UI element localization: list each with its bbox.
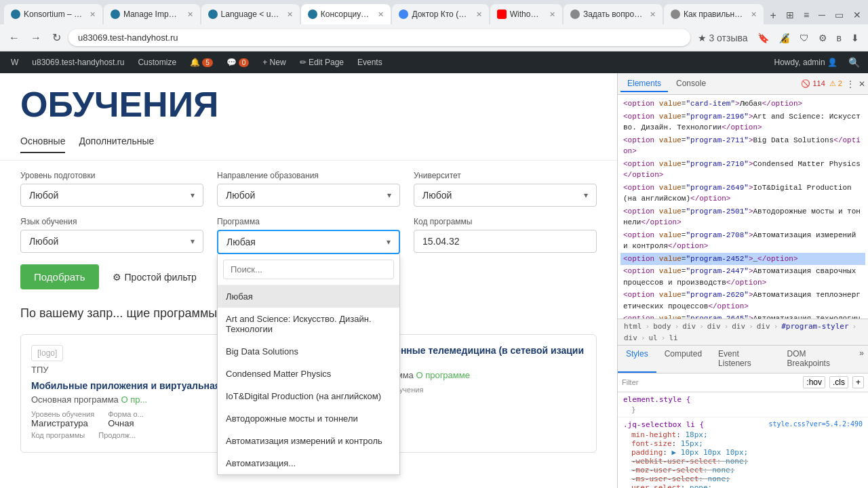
bc-div1[interactable]: div: [680, 321, 698, 331]
devtools-close-button[interactable]: ✕: [859, 79, 865, 89]
devtools-tab-console[interactable]: Console: [669, 76, 713, 92]
address-input[interactable]: [68, 29, 690, 46]
bc-div3[interactable]: div: [730, 321, 747, 331]
program-select[interactable]: Любая ▾: [217, 230, 400, 254]
wp-edit-page-link[interactable]: ✏ Edit Page: [294, 52, 349, 73]
dropdown-item-auto-roads[interactable]: Автодорожные мосты и тоннели: [218, 407, 399, 430]
wp-customize-link[interactable]: Customize: [132, 52, 182, 73]
tab-close[interactable]: ✕: [378, 10, 384, 19]
filter-label-icon: Filter: [622, 378, 638, 386]
styles-tab-computed[interactable]: Computed: [656, 346, 710, 373]
bc-body[interactable]: body: [651, 321, 673, 331]
cls-toggle[interactable]: .cls: [829, 376, 848, 388]
university-select[interactable]: Любой ▾: [414, 184, 597, 207]
wp-new-link[interactable]: Подобрать + New: [257, 52, 291, 73]
direction-field: Направление образования Любой ▾: [217, 171, 400, 207]
tab-question[interactable]: Задать вопрос... ✕: [564, 4, 663, 24]
search-button[interactable]: Подобрать: [20, 264, 99, 289]
tab-close[interactable]: ✕: [476, 10, 482, 19]
university-field: Университет Любой ▾: [414, 171, 597, 207]
dropdown-item-auto-meas[interactable]: Автоматизация измерений и контроль: [218, 430, 399, 452]
tab-consortiym-active[interactable]: Консорциум... ✕: [301, 4, 391, 24]
tab-doctor[interactable]: Доктор Кто (D... ✕: [392, 4, 488, 24]
bc-div2[interactable]: div: [705, 321, 723, 331]
add-style-btn[interactable]: +: [852, 376, 864, 388]
html-line: <option value="program-2649">IoT&Digital…: [620, 182, 865, 205]
wp-search-button[interactable]: 🔍: [846, 54, 863, 70]
tab-dopolnitelnye[interactable]: Дополнительные: [79, 136, 154, 153]
wp-updates-link[interactable]: 🔔 5: [184, 52, 218, 73]
tab-action-extensions[interactable]: ⊞: [783, 8, 797, 22]
card-program-link[interactable]: О пр...: [121, 394, 147, 405]
devtools-tab-elements[interactable]: Elements: [620, 76, 668, 92]
devtools-more-button[interactable]: ⋮: [846, 79, 854, 89]
dropdown-item-bigdata[interactable]: Big Data Solutions: [218, 340, 399, 363]
star-button[interactable]: ★ 3 отзыва: [694, 30, 751, 45]
tab-close[interactable]: ✕: [549, 10, 555, 19]
card-program-link-2[interactable]: О программе: [416, 370, 470, 380]
tab-kak[interactable]: Как правильно... ✕: [664, 4, 764, 24]
language-select[interactable]: Любой ▾: [20, 230, 203, 253]
ext-btn-3[interactable]: ⚙: [815, 30, 831, 45]
devtools-styles-panel: element.style { } style.css?ver=5.4.2:49…: [618, 392, 868, 488]
tab-manage-imports[interactable]: Manage Impor... ✕: [104, 4, 200, 24]
bc-program-styler[interactable]: #program-styler: [779, 321, 850, 331]
hov-toggle[interactable]: :hov: [803, 376, 825, 388]
ext-btn-4[interactable]: ⬇: [848, 30, 863, 45]
ext-btn-vk[interactable]: в: [833, 30, 845, 45]
dropdown-item-iot[interactable]: IoT&Digital Production (на английском): [218, 385, 399, 407]
bookmark-button[interactable]: 🔖: [754, 30, 772, 45]
dropdown-search-area: [218, 254, 399, 285]
wp-logo-button[interactable]: W: [5, 52, 24, 73]
dropdown-item-lyubaya[interactable]: Любая: [218, 285, 399, 308]
wp-events-link[interactable]: Events: [352, 52, 388, 73]
tab-konsortium-1[interactable]: Konsortium – F... ✕: [4, 4, 102, 24]
devtools-errors: 🚫 114: [801, 79, 825, 88]
page-content: ОБУЧЕНИЯ Основные Дополнительные Уровень…: [0, 73, 617, 488]
wp-site-link[interactable]: u83069.test-handyhost.ru: [26, 52, 130, 73]
dropdown-item-art[interactable]: Art and Science: Искусство. Дизайн. Техн…: [218, 308, 399, 340]
tab-action-menu[interactable]: ≡: [801, 8, 812, 22]
style-rule-jq: style.css?ver=5.4.2:490 .jq-selectbox li…: [618, 418, 868, 488]
tab-action-minimize[interactable]: ─: [816, 8, 828, 22]
tab-action-close[interactable]: ✕: [850, 8, 864, 22]
tab-close[interactable]: ✕: [751, 10, 757, 19]
styles-tab-styles[interactable]: Styles: [618, 346, 656, 373]
simple-filter-button[interactable]: ⚙ Простой фильтр: [113, 272, 197, 283]
tab-close[interactable]: ✕: [187, 10, 193, 19]
address-actions: ★ 3 отзыва 🔖 🔏 🛡 ⚙ в ⬇: [694, 30, 863, 45]
ext-btn-2[interactable]: 🛡: [796, 30, 812, 45]
direction-select[interactable]: Любой ▾: [217, 184, 400, 207]
bc-ul[interactable]: ul: [647, 333, 660, 343]
tab-action-restore[interactable]: ▭: [832, 8, 846, 22]
tab-osnovnye[interactable]: Основные: [20, 136, 65, 153]
tab-language[interactable]: Language < u8... ✕: [201, 4, 300, 24]
level-select[interactable]: Любой ▾: [20, 184, 203, 207]
ext-btn-1[interactable]: 🔏: [775, 30, 793, 45]
code-input[interactable]: [414, 230, 597, 253]
wp-howdy-link[interactable]: Howdy, admin 👤: [769, 52, 843, 73]
style-prop-moz-select: -moz-user-select: none;: [623, 466, 863, 474]
styles-more-btn[interactable]: »: [855, 346, 868, 373]
styles-tab-dom-breakpoints[interactable]: DOM Breakpoints: [779, 346, 856, 373]
dropdown-items-list: Любая Art and Science: Искусство. Дизайн…: [218, 285, 399, 474]
styles-tab-event-listeners[interactable]: Event Listeners: [710, 346, 779, 373]
back-button[interactable]: ←: [5, 30, 23, 46]
wp-comments-link[interactable]: 💬 0: [221, 52, 255, 73]
new-tab-button[interactable]: +: [765, 7, 782, 24]
tab-close[interactable]: ✕: [650, 10, 656, 19]
dropdown-search-input[interactable]: [223, 260, 394, 279]
devtools-html-panel[interactable]: <option value="card-item">Любая</option>…: [618, 95, 868, 319]
tab-close[interactable]: ✕: [287, 10, 293, 19]
bc-div4[interactable]: div: [755, 321, 772, 331]
bc-li[interactable]: li: [667, 333, 679, 343]
reload-button[interactable]: ↻: [49, 29, 64, 46]
tab-without[interactable]: Without... ✕: [490, 4, 562, 24]
bc-html[interactable]: html: [622, 321, 644, 331]
tab-close[interactable]: ✕: [90, 10, 96, 19]
dropdown-item-auto-more[interactable]: Автоматизация...: [218, 452, 399, 474]
bc-div5[interactable]: div: [622, 333, 639, 343]
dropdown-item-condensed[interactable]: Condensed Matter Physics: [218, 363, 399, 385]
style-source[interactable]: style.css?ver=5.4.2:490: [769, 420, 863, 428]
forward-button[interactable]: →: [27, 30, 45, 46]
